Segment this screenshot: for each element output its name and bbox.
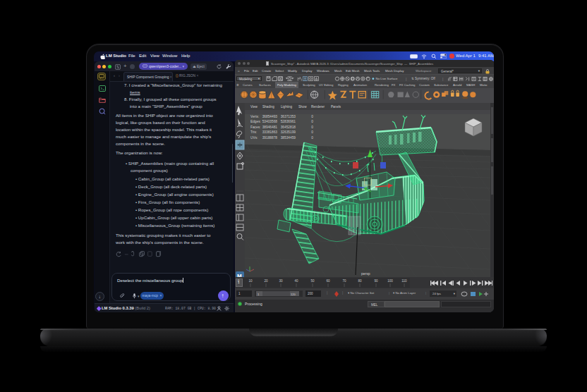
svg-text:0: 0: [238, 279, 240, 283]
svg-text:Edges:: Edges:: [250, 120, 261, 123]
svg-text:0: 0: [311, 125, 313, 129]
svg-text:Verts:: Verts:: [250, 115, 259, 118]
svg-text:Faces:: Faces:: [250, 125, 260, 129]
svg-text:30: 30: [279, 279, 283, 283]
svg-text:39188878: 39188878: [262, 136, 278, 140]
svg-text:20: 20: [264, 279, 268, 283]
svg-text:33381863: 33381863: [262, 130, 278, 134]
svg-text:80: 80: [358, 279, 362, 283]
svg-text:0: 0: [311, 120, 313, 123]
svg-text:36452818: 36452818: [281, 125, 296, 129]
svg-text:36371353: 36371353: [281, 115, 296, 118]
svg-text:50: 50: [310, 279, 315, 283]
svg-text:40: 40: [294, 279, 298, 283]
svg-text:90: 90: [374, 279, 378, 283]
svg-text:70: 70: [342, 279, 346, 283]
svg-text:No Live Surface: No Live Surface: [376, 77, 399, 80]
svg-text:0: 0: [311, 115, 313, 118]
svg-text:38534459: 38534459: [281, 136, 296, 140]
svg-text:0: 0: [311, 136, 313, 140]
svg-text:53403568: 53403568: [262, 120, 278, 123]
svg-text:52836961: 52836961: [281, 120, 296, 123]
svg-text:Tris:: Tris:: [250, 130, 257, 134]
svg-text:32635199: 32635199: [281, 130, 296, 134]
svg-text:38946481: 38946481: [262, 125, 278, 129]
svg-text:persp: persp: [361, 271, 370, 276]
svg-text:36854493: 36854493: [262, 115, 278, 118]
svg-text:0: 0: [311, 130, 313, 134]
svg-text:100: 100: [387, 279, 393, 283]
svg-text:60: 60: [326, 279, 330, 283]
svg-text:110: 110: [401, 279, 407, 283]
svg-text:UVs:: UVs:: [250, 136, 258, 140]
svg-text:10: 10: [248, 279, 253, 283]
